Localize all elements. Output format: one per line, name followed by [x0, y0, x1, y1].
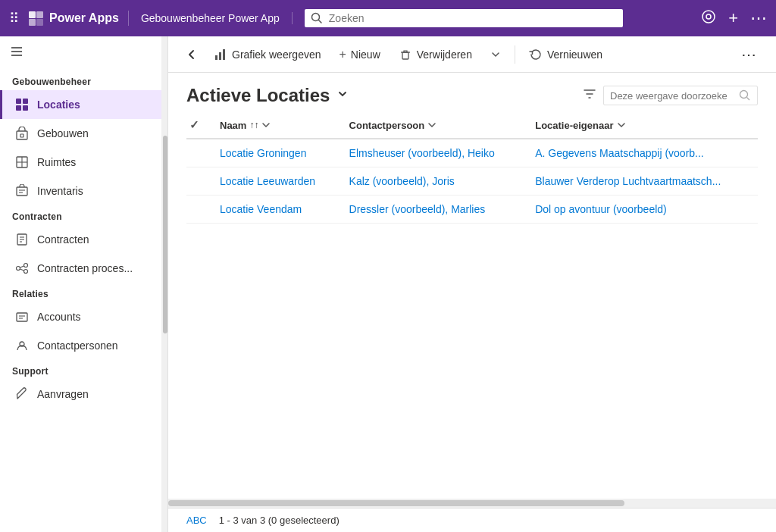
inventaris-icon — [14, 183, 30, 199]
row3-contact-link[interactable]: Dressler (voorbeeld), Marlies — [349, 203, 486, 215]
section-title-contracten: Contracten — [0, 205, 167, 225]
row1-eigenaar[interactable]: A. Gegevens Maatschappij (voorb... — [526, 139, 758, 167]
row2-check[interactable] — [186, 167, 211, 196]
svg-rect-12 — [23, 99, 28, 104]
sidebar-label-aanvragen: Aanvragen — [37, 388, 89, 400]
toolbar: Grafiek weergeven + Nieuw Verwijderen Ve… — [168, 36, 776, 73]
new-button[interactable]: + Nieuw — [332, 43, 388, 66]
row3-eigenaar[interactable]: Dol op avontuur (voorbeeld) — [526, 196, 758, 224]
chevron-down-icon — [490, 49, 501, 60]
more-toolbar-button[interactable]: ⋯ — [734, 41, 764, 68]
sidebar-scrollbar[interactable] — [161, 36, 167, 532]
data-table-container: ✓ Naam ↑ Contactpersoon — [168, 112, 776, 499]
sidebar-item-accounts[interactable]: Accounts — [0, 302, 167, 331]
sort-asc-icon: ↑ — [249, 120, 258, 130]
locatie-sort-icon[interactable] — [617, 120, 626, 130]
col-check-header[interactable]: ✓ — [186, 112, 211, 139]
svg-rect-1 — [36, 11, 43, 18]
view-search-box[interactable] — [603, 86, 758, 105]
view-search-icon — [739, 89, 751, 102]
sidebar-item-locaties[interactable]: Locaties — [0, 90, 167, 119]
svg-point-29 — [24, 270, 28, 274]
svg-point-28 — [24, 264, 28, 268]
row2-contactpersoon[interactable]: Kalz (voorbeeld), Joris — [340, 167, 527, 196]
sidebar-label-gebouwen: Gebouwen — [37, 127, 89, 139]
contracten-icon — [14, 232, 30, 247]
row3-contactpersoon[interactable]: Dressler (voorbeeld), Marlies — [340, 196, 527, 224]
apps-icon[interactable]: ⠿ — [9, 10, 19, 27]
row3-naam[interactable]: Locatie Veendam — [211, 196, 340, 224]
svg-point-6 — [702, 11, 715, 23]
col-locatie-eigenaar-header[interactable]: Locatie-eigenaar — [526, 112, 758, 139]
sidebar-item-contracten-proces[interactable]: Contracten proces... — [0, 254, 167, 283]
row3-eigenaar-link[interactable]: Dol op avontuur (voorbeeld) — [535, 203, 667, 215]
more-options-icon[interactable]: ⋯ — [750, 8, 767, 28]
sidebar-item-aanvragen[interactable]: Aanvragen — [0, 380, 167, 408]
section-title-relaties: Relaties — [0, 283, 167, 302]
contactpersoon-sort-icon[interactable] — [427, 120, 436, 130]
locations-table: ✓ Naam ↑ Contactpersoon — [186, 112, 758, 224]
row2-naam-link[interactable]: Locatie Leeuwarden — [220, 175, 315, 187]
refresh-icon — [529, 48, 543, 61]
row1-eigenaar-link[interactable]: A. Gegevens Maatschappij (voorb... — [535, 147, 704, 159]
brand-label: Power Apps — [49, 11, 119, 25]
row2-eigenaar[interactable]: Blauwer Verderop Luchtvaartmaatsch... — [526, 167, 758, 196]
graph-view-button[interactable]: Grafiek weergeven — [206, 43, 329, 66]
sidebar-label-ruimtes: Ruimtes — [37, 156, 76, 168]
table-header-row: ✓ Naam ↑ Contactpersoon — [186, 112, 758, 139]
sidebar-item-ruimtes[interactable]: Ruimtes — [0, 148, 167, 177]
svg-rect-16 — [20, 134, 23, 137]
chevron-down-button[interactable] — [483, 45, 508, 64]
svg-rect-38 — [223, 49, 225, 60]
refresh-topbar-icon[interactable] — [701, 9, 716, 28]
row2-contact-link[interactable]: Kalz (voorbeeld), Joris — [349, 175, 455, 187]
sidebar-item-contactpersonen[interactable]: Contactpersonen — [0, 331, 167, 360]
sidebar-item-inventaris[interactable]: Inventaris — [0, 177, 167, 205]
svg-rect-15 — [17, 131, 27, 139]
back-button[interactable] — [180, 43, 203, 66]
brand: Power Apps — [28, 11, 129, 26]
col-naam-header[interactable]: Naam ↑ — [211, 112, 340, 139]
view-search-input[interactable] — [610, 90, 739, 102]
graph-label: Grafiek weergeven — [232, 49, 321, 61]
row1-check[interactable] — [186, 139, 211, 167]
row1-naam-link[interactable]: Locatie Groningen — [220, 147, 306, 159]
horizontal-scrollbar[interactable] — [168, 499, 776, 508]
refresh-button[interactable]: Vernieuwen — [521, 43, 610, 66]
sidebar-label-accounts: Accounts — [37, 311, 81, 323]
add-icon[interactable]: + — [728, 8, 738, 28]
col-contactpersoon-header[interactable]: Contactpersoon — [340, 112, 527, 139]
row1-contactpersoon[interactable]: Elmsheuser (voorbeeld), Heiko — [340, 139, 527, 167]
view-title-chevron-icon[interactable] — [336, 87, 349, 105]
sidebar-scroll-thumb — [163, 136, 167, 334]
row3-check[interactable] — [186, 196, 211, 224]
abc-button[interactable]: ABC — [186, 515, 207, 526]
sort-dropdown-icon[interactable] — [261, 120, 271, 130]
svg-rect-14 — [23, 105, 28, 111]
row1-naam[interactable]: Locatie Groningen — [211, 139, 340, 167]
row2-naam[interactable]: Locatie Leeuwarden — [211, 167, 340, 196]
sidebar-collapse-button[interactable] — [0, 36, 167, 70]
search-input[interactable] — [329, 12, 617, 24]
process-icon — [14, 261, 30, 276]
svg-rect-11 — [16, 99, 21, 104]
filter-button[interactable] — [582, 86, 597, 105]
row2-eigenaar-link[interactable]: Blauwer Verderop Luchtvaartmaatsch... — [535, 175, 721, 187]
row3-naam-link[interactable]: Locatie Veendam — [220, 203, 302, 215]
sidebar-label-contactpersonen: Contactpersonen — [37, 340, 118, 352]
topbar: ⠿ Power Apps Gebouwenbeheer Power App + … — [0, 0, 776, 36]
svg-point-41 — [740, 91, 748, 99]
check-all-icon: ✓ — [189, 118, 199, 131]
sidebar-item-gebouwen[interactable]: Gebouwen — [0, 119, 167, 148]
sidebar-label-locaties: Locaties — [37, 99, 80, 111]
sidebar-item-contracten[interactable]: Contracten — [0, 225, 167, 254]
view-header: Actieve Locaties — [168, 73, 776, 112]
table-row: Locatie Groningen Elmsheuser (voorbeeld)… — [186, 139, 758, 167]
toolbar-divider — [515, 45, 515, 64]
table-row: Locatie Veendam Dressler (voorbeeld), Ma… — [186, 196, 758, 224]
contactpersoon-col-label: Contactpersoon — [349, 120, 425, 131]
row1-contact-link[interactable]: Elmsheuser (voorbeeld), Heiko — [349, 147, 495, 159]
topbar-actions: + ⋯ — [701, 8, 767, 28]
search-box[interactable] — [305, 9, 623, 27]
delete-button[interactable]: Verwijderen — [391, 43, 480, 66]
